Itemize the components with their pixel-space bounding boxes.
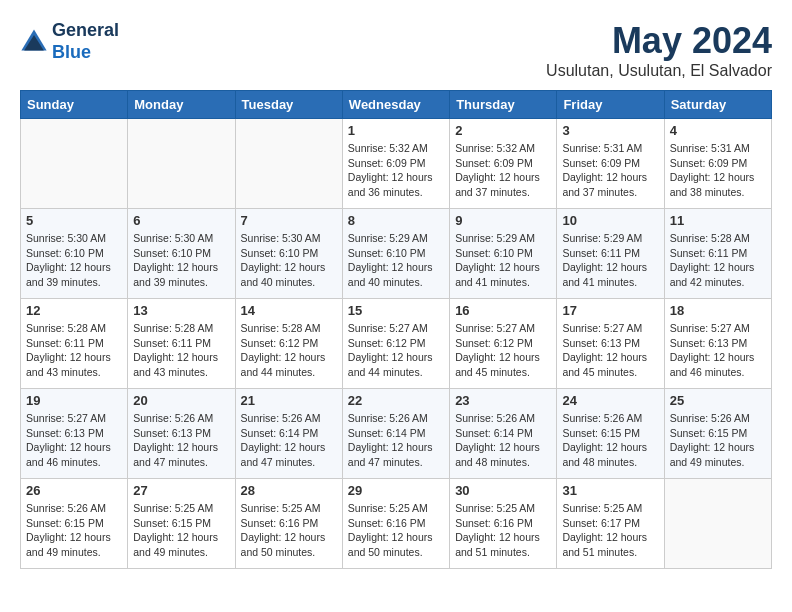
week-row-4: 19Sunrise: 5:27 AM Sunset: 6:13 PM Dayli… [21,389,772,479]
day-info: Sunrise: 5:32 AM Sunset: 6:09 PM Dayligh… [455,141,551,200]
col-header-friday: Friday [557,91,664,119]
day-info: Sunrise: 5:28 AM Sunset: 6:11 PM Dayligh… [133,321,229,380]
logo-general-text: General [52,20,119,40]
day-number: 29 [348,483,444,498]
day-info: Sunrise: 5:26 AM Sunset: 6:14 PM Dayligh… [348,411,444,470]
day-info: Sunrise: 5:31 AM Sunset: 6:09 PM Dayligh… [670,141,766,200]
day-number: 30 [455,483,551,498]
day-number: 25 [670,393,766,408]
day-info: Sunrise: 5:29 AM Sunset: 6:10 PM Dayligh… [455,231,551,290]
title-area: May 2024 Usulutan, Usulutan, El Salvador [546,20,772,80]
day-info: Sunrise: 5:25 AM Sunset: 6:17 PM Dayligh… [562,501,658,560]
day-number: 4 [670,123,766,138]
day-number: 19 [26,393,122,408]
day-number: 5 [26,213,122,228]
day-info: Sunrise: 5:29 AM Sunset: 6:11 PM Dayligh… [562,231,658,290]
day-cell: 10Sunrise: 5:29 AM Sunset: 6:11 PM Dayli… [557,209,664,299]
day-cell [664,479,771,569]
day-info: Sunrise: 5:27 AM Sunset: 6:13 PM Dayligh… [670,321,766,380]
day-number: 12 [26,303,122,318]
col-header-thursday: Thursday [450,91,557,119]
day-info: Sunrise: 5:26 AM Sunset: 6:15 PM Dayligh… [562,411,658,470]
day-cell: 26Sunrise: 5:26 AM Sunset: 6:15 PM Dayli… [21,479,128,569]
day-number: 21 [241,393,337,408]
day-number: 26 [26,483,122,498]
day-number: 28 [241,483,337,498]
week-row-5: 26Sunrise: 5:26 AM Sunset: 6:15 PM Dayli… [21,479,772,569]
day-cell: 24Sunrise: 5:26 AM Sunset: 6:15 PM Dayli… [557,389,664,479]
day-info: Sunrise: 5:30 AM Sunset: 6:10 PM Dayligh… [133,231,229,290]
day-info: Sunrise: 5:26 AM Sunset: 6:14 PM Dayligh… [241,411,337,470]
day-info: Sunrise: 5:32 AM Sunset: 6:09 PM Dayligh… [348,141,444,200]
day-number: 6 [133,213,229,228]
day-info: Sunrise: 5:26 AM Sunset: 6:15 PM Dayligh… [670,411,766,470]
day-number: 27 [133,483,229,498]
day-number: 13 [133,303,229,318]
day-info: Sunrise: 5:26 AM Sunset: 6:15 PM Dayligh… [26,501,122,560]
day-number: 31 [562,483,658,498]
col-header-tuesday: Tuesday [235,91,342,119]
day-cell: 28Sunrise: 5:25 AM Sunset: 6:16 PM Dayli… [235,479,342,569]
day-number: 9 [455,213,551,228]
day-cell: 31Sunrise: 5:25 AM Sunset: 6:17 PM Dayli… [557,479,664,569]
day-cell: 16Sunrise: 5:27 AM Sunset: 6:12 PM Dayli… [450,299,557,389]
day-number: 11 [670,213,766,228]
day-cell: 23Sunrise: 5:26 AM Sunset: 6:14 PM Dayli… [450,389,557,479]
day-cell: 7Sunrise: 5:30 AM Sunset: 6:10 PM Daylig… [235,209,342,299]
col-header-monday: Monday [128,91,235,119]
day-cell: 17Sunrise: 5:27 AM Sunset: 6:13 PM Dayli… [557,299,664,389]
day-number: 24 [562,393,658,408]
day-cell: 3Sunrise: 5:31 AM Sunset: 6:09 PM Daylig… [557,119,664,209]
day-cell: 4Sunrise: 5:31 AM Sunset: 6:09 PM Daylig… [664,119,771,209]
day-info: Sunrise: 5:28 AM Sunset: 6:12 PM Dayligh… [241,321,337,380]
day-info: Sunrise: 5:28 AM Sunset: 6:11 PM Dayligh… [26,321,122,380]
day-cell: 1Sunrise: 5:32 AM Sunset: 6:09 PM Daylig… [342,119,449,209]
day-cell: 11Sunrise: 5:28 AM Sunset: 6:11 PM Dayli… [664,209,771,299]
day-cell: 6Sunrise: 5:30 AM Sunset: 6:10 PM Daylig… [128,209,235,299]
day-info: Sunrise: 5:27 AM Sunset: 6:13 PM Dayligh… [562,321,658,380]
day-cell: 15Sunrise: 5:27 AM Sunset: 6:12 PM Dayli… [342,299,449,389]
day-info: Sunrise: 5:27 AM Sunset: 6:13 PM Dayligh… [26,411,122,470]
day-info: Sunrise: 5:25 AM Sunset: 6:16 PM Dayligh… [241,501,337,560]
day-cell: 9Sunrise: 5:29 AM Sunset: 6:10 PM Daylig… [450,209,557,299]
day-cell: 2Sunrise: 5:32 AM Sunset: 6:09 PM Daylig… [450,119,557,209]
day-cell: 21Sunrise: 5:26 AM Sunset: 6:14 PM Dayli… [235,389,342,479]
calendar-header-row: SundayMondayTuesdayWednesdayThursdayFrid… [21,91,772,119]
day-info: Sunrise: 5:26 AM Sunset: 6:14 PM Dayligh… [455,411,551,470]
day-cell: 22Sunrise: 5:26 AM Sunset: 6:14 PM Dayli… [342,389,449,479]
calendar-table: SundayMondayTuesdayWednesdayThursdayFrid… [20,90,772,569]
day-cell: 29Sunrise: 5:25 AM Sunset: 6:16 PM Dayli… [342,479,449,569]
day-info: Sunrise: 5:27 AM Sunset: 6:12 PM Dayligh… [455,321,551,380]
day-info: Sunrise: 5:30 AM Sunset: 6:10 PM Dayligh… [241,231,337,290]
col-header-wednesday: Wednesday [342,91,449,119]
location-title: Usulutan, Usulutan, El Salvador [546,62,772,80]
day-number: 8 [348,213,444,228]
day-info: Sunrise: 5:27 AM Sunset: 6:12 PM Dayligh… [348,321,444,380]
logo: General Blue [20,20,119,63]
week-row-1: 1Sunrise: 5:32 AM Sunset: 6:09 PM Daylig… [21,119,772,209]
day-info: Sunrise: 5:31 AM Sunset: 6:09 PM Dayligh… [562,141,658,200]
day-cell: 12Sunrise: 5:28 AM Sunset: 6:11 PM Dayli… [21,299,128,389]
day-number: 16 [455,303,551,318]
week-row-2: 5Sunrise: 5:30 AM Sunset: 6:10 PM Daylig… [21,209,772,299]
day-number: 15 [348,303,444,318]
day-number: 1 [348,123,444,138]
page-header: General Blue May 2024 Usulutan, Usulutan… [20,20,772,80]
month-title: May 2024 [546,20,772,62]
day-cell: 14Sunrise: 5:28 AM Sunset: 6:12 PM Dayli… [235,299,342,389]
col-header-sunday: Sunday [21,91,128,119]
day-info: Sunrise: 5:30 AM Sunset: 6:10 PM Dayligh… [26,231,122,290]
day-info: Sunrise: 5:26 AM Sunset: 6:13 PM Dayligh… [133,411,229,470]
day-number: 14 [241,303,337,318]
week-row-3: 12Sunrise: 5:28 AM Sunset: 6:11 PM Dayli… [21,299,772,389]
day-number: 20 [133,393,229,408]
day-cell: 8Sunrise: 5:29 AM Sunset: 6:10 PM Daylig… [342,209,449,299]
logo-blue-text: Blue [52,42,91,62]
day-number: 3 [562,123,658,138]
day-number: 7 [241,213,337,228]
day-cell: 20Sunrise: 5:26 AM Sunset: 6:13 PM Dayli… [128,389,235,479]
day-cell [21,119,128,209]
day-cell [128,119,235,209]
day-number: 2 [455,123,551,138]
day-cell: 25Sunrise: 5:26 AM Sunset: 6:15 PM Dayli… [664,389,771,479]
